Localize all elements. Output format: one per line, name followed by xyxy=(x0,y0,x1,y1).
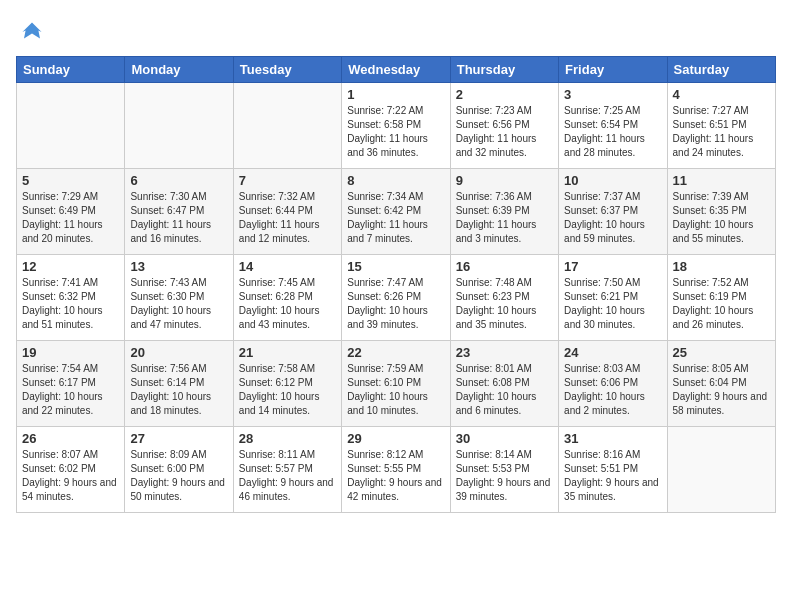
week-row-4: 19Sunrise: 7:54 AM Sunset: 6:17 PM Dayli… xyxy=(17,341,776,427)
day-number: 27 xyxy=(130,431,227,446)
weekday-tuesday: Tuesday xyxy=(233,57,341,83)
day-info: Sunrise: 7:45 AM Sunset: 6:28 PM Dayligh… xyxy=(239,276,336,332)
day-cell: 21Sunrise: 7:58 AM Sunset: 6:12 PM Dayli… xyxy=(233,341,341,427)
day-info: Sunrise: 8:14 AM Sunset: 5:53 PM Dayligh… xyxy=(456,448,553,504)
day-cell: 5Sunrise: 7:29 AM Sunset: 6:49 PM Daylig… xyxy=(17,169,125,255)
day-cell xyxy=(667,427,775,513)
day-cell: 2Sunrise: 7:23 AM Sunset: 6:56 PM Daylig… xyxy=(450,83,558,169)
day-number: 21 xyxy=(239,345,336,360)
day-info: Sunrise: 7:47 AM Sunset: 6:26 PM Dayligh… xyxy=(347,276,444,332)
day-cell: 7Sunrise: 7:32 AM Sunset: 6:44 PM Daylig… xyxy=(233,169,341,255)
day-cell xyxy=(125,83,233,169)
day-cell: 10Sunrise: 7:37 AM Sunset: 6:37 PM Dayli… xyxy=(559,169,667,255)
day-cell: 9Sunrise: 7:36 AM Sunset: 6:39 PM Daylig… xyxy=(450,169,558,255)
day-number: 22 xyxy=(347,345,444,360)
day-number: 30 xyxy=(456,431,553,446)
day-info: Sunrise: 7:30 AM Sunset: 6:47 PM Dayligh… xyxy=(130,190,227,246)
day-number: 25 xyxy=(673,345,770,360)
day-cell: 14Sunrise: 7:45 AM Sunset: 6:28 PM Dayli… xyxy=(233,255,341,341)
day-info: Sunrise: 7:54 AM Sunset: 6:17 PM Dayligh… xyxy=(22,362,119,418)
day-cell: 13Sunrise: 7:43 AM Sunset: 6:30 PM Dayli… xyxy=(125,255,233,341)
day-cell: 25Sunrise: 8:05 AM Sunset: 6:04 PM Dayli… xyxy=(667,341,775,427)
day-number: 16 xyxy=(456,259,553,274)
day-cell: 6Sunrise: 7:30 AM Sunset: 6:47 PM Daylig… xyxy=(125,169,233,255)
day-cell: 30Sunrise: 8:14 AM Sunset: 5:53 PM Dayli… xyxy=(450,427,558,513)
day-number: 14 xyxy=(239,259,336,274)
day-info: Sunrise: 7:22 AM Sunset: 6:58 PM Dayligh… xyxy=(347,104,444,160)
day-number: 17 xyxy=(564,259,661,274)
day-info: Sunrise: 7:59 AM Sunset: 6:10 PM Dayligh… xyxy=(347,362,444,418)
day-cell: 15Sunrise: 7:47 AM Sunset: 6:26 PM Dayli… xyxy=(342,255,450,341)
day-info: Sunrise: 7:37 AM Sunset: 6:37 PM Dayligh… xyxy=(564,190,661,246)
day-info: Sunrise: 7:23 AM Sunset: 6:56 PM Dayligh… xyxy=(456,104,553,160)
day-number: 23 xyxy=(456,345,553,360)
day-info: Sunrise: 8:03 AM Sunset: 6:06 PM Dayligh… xyxy=(564,362,661,418)
day-info: Sunrise: 7:56 AM Sunset: 6:14 PM Dayligh… xyxy=(130,362,227,418)
day-number: 18 xyxy=(673,259,770,274)
day-info: Sunrise: 7:50 AM Sunset: 6:21 PM Dayligh… xyxy=(564,276,661,332)
weekday-monday: Monday xyxy=(125,57,233,83)
day-cell: 12Sunrise: 7:41 AM Sunset: 6:32 PM Dayli… xyxy=(17,255,125,341)
day-number: 9 xyxy=(456,173,553,188)
day-number: 11 xyxy=(673,173,770,188)
day-info: Sunrise: 7:39 AM Sunset: 6:35 PM Dayligh… xyxy=(673,190,770,246)
calendar-body: 1Sunrise: 7:22 AM Sunset: 6:58 PM Daylig… xyxy=(17,83,776,513)
day-cell: 26Sunrise: 8:07 AM Sunset: 6:02 PM Dayli… xyxy=(17,427,125,513)
day-info: Sunrise: 7:34 AM Sunset: 6:42 PM Dayligh… xyxy=(347,190,444,246)
page-header xyxy=(16,16,776,48)
day-info: Sunrise: 7:36 AM Sunset: 6:39 PM Dayligh… xyxy=(456,190,553,246)
day-cell: 31Sunrise: 8:16 AM Sunset: 5:51 PM Dayli… xyxy=(559,427,667,513)
day-cell: 28Sunrise: 8:11 AM Sunset: 5:57 PM Dayli… xyxy=(233,427,341,513)
weekday-saturday: Saturday xyxy=(667,57,775,83)
day-info: Sunrise: 8:11 AM Sunset: 5:57 PM Dayligh… xyxy=(239,448,336,504)
svg-marker-0 xyxy=(22,22,41,38)
day-number: 3 xyxy=(564,87,661,102)
day-number: 20 xyxy=(130,345,227,360)
week-row-2: 5Sunrise: 7:29 AM Sunset: 6:49 PM Daylig… xyxy=(17,169,776,255)
day-cell: 4Sunrise: 7:27 AM Sunset: 6:51 PM Daylig… xyxy=(667,83,775,169)
day-number: 12 xyxy=(22,259,119,274)
weekday-header-row: SundayMondayTuesdayWednesdayThursdayFrid… xyxy=(17,57,776,83)
day-number: 24 xyxy=(564,345,661,360)
day-cell: 22Sunrise: 7:59 AM Sunset: 6:10 PM Dayli… xyxy=(342,341,450,427)
day-cell: 11Sunrise: 7:39 AM Sunset: 6:35 PM Dayli… xyxy=(667,169,775,255)
day-number: 4 xyxy=(673,87,770,102)
day-info: Sunrise: 7:41 AM Sunset: 6:32 PM Dayligh… xyxy=(22,276,119,332)
day-info: Sunrise: 7:52 AM Sunset: 6:19 PM Dayligh… xyxy=(673,276,770,332)
weekday-thursday: Thursday xyxy=(450,57,558,83)
weekday-friday: Friday xyxy=(559,57,667,83)
day-number: 19 xyxy=(22,345,119,360)
logo xyxy=(16,16,52,48)
day-info: Sunrise: 7:32 AM Sunset: 6:44 PM Dayligh… xyxy=(239,190,336,246)
day-number: 1 xyxy=(347,87,444,102)
day-cell: 1Sunrise: 7:22 AM Sunset: 6:58 PM Daylig… xyxy=(342,83,450,169)
day-info: Sunrise: 7:43 AM Sunset: 6:30 PM Dayligh… xyxy=(130,276,227,332)
day-number: 26 xyxy=(22,431,119,446)
day-cell xyxy=(17,83,125,169)
day-number: 2 xyxy=(456,87,553,102)
calendar-table: SundayMondayTuesdayWednesdayThursdayFrid… xyxy=(16,56,776,513)
day-number: 8 xyxy=(347,173,444,188)
day-cell: 3Sunrise: 7:25 AM Sunset: 6:54 PM Daylig… xyxy=(559,83,667,169)
day-number: 15 xyxy=(347,259,444,274)
day-cell: 29Sunrise: 8:12 AM Sunset: 5:55 PM Dayli… xyxy=(342,427,450,513)
day-info: Sunrise: 7:58 AM Sunset: 6:12 PM Dayligh… xyxy=(239,362,336,418)
day-info: Sunrise: 7:29 AM Sunset: 6:49 PM Dayligh… xyxy=(22,190,119,246)
day-info: Sunrise: 7:48 AM Sunset: 6:23 PM Dayligh… xyxy=(456,276,553,332)
day-info: Sunrise: 8:09 AM Sunset: 6:00 PM Dayligh… xyxy=(130,448,227,504)
day-number: 10 xyxy=(564,173,661,188)
day-info: Sunrise: 8:16 AM Sunset: 5:51 PM Dayligh… xyxy=(564,448,661,504)
week-row-5: 26Sunrise: 8:07 AM Sunset: 6:02 PM Dayli… xyxy=(17,427,776,513)
day-info: Sunrise: 8:12 AM Sunset: 5:55 PM Dayligh… xyxy=(347,448,444,504)
day-cell: 16Sunrise: 7:48 AM Sunset: 6:23 PM Dayli… xyxy=(450,255,558,341)
day-cell: 18Sunrise: 7:52 AM Sunset: 6:19 PM Dayli… xyxy=(667,255,775,341)
weekday-sunday: Sunday xyxy=(17,57,125,83)
day-info: Sunrise: 7:25 AM Sunset: 6:54 PM Dayligh… xyxy=(564,104,661,160)
day-number: 31 xyxy=(564,431,661,446)
day-cell: 8Sunrise: 7:34 AM Sunset: 6:42 PM Daylig… xyxy=(342,169,450,255)
day-cell: 23Sunrise: 8:01 AM Sunset: 6:08 PM Dayli… xyxy=(450,341,558,427)
day-number: 6 xyxy=(130,173,227,188)
day-number: 5 xyxy=(22,173,119,188)
day-cell xyxy=(233,83,341,169)
day-cell: 20Sunrise: 7:56 AM Sunset: 6:14 PM Dayli… xyxy=(125,341,233,427)
